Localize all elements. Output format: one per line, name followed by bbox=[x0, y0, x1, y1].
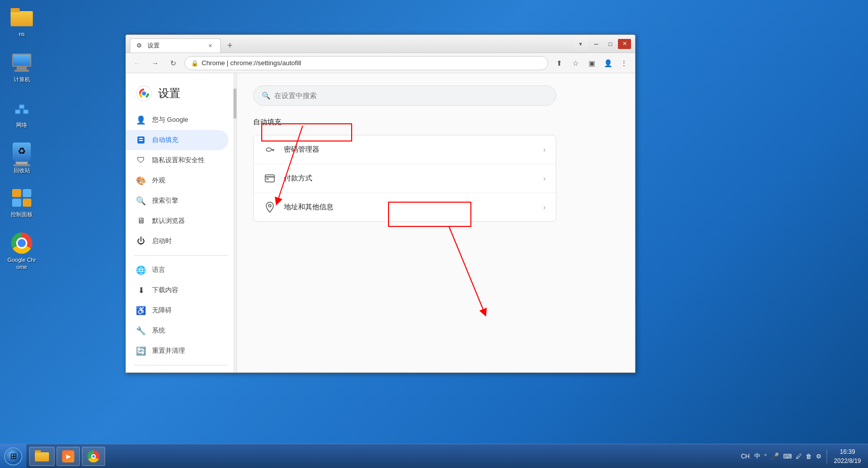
settings-search-bar[interactable]: 🔍 bbox=[253, 85, 556, 106]
accessibility-nav-icon: ♿ bbox=[136, 305, 146, 315]
back-button[interactable]: ← bbox=[130, 56, 144, 70]
search-icon: 🔍 bbox=[262, 91, 270, 100]
password-manager-icon bbox=[264, 144, 276, 156]
sidebar-item-privacy[interactable]: 🛡 隐私设置和安全性 bbox=[126, 150, 228, 170]
password-manager-label: 密码管理器 bbox=[284, 145, 543, 154]
media-player-icon: ▶ bbox=[62, 450, 74, 462]
sidebar-item-autofill[interactable]: 自动填充 bbox=[126, 130, 228, 150]
sidebar-item-search[interactable]: 🔍 搜索引擎 bbox=[126, 191, 228, 211]
new-tab-button[interactable]: + bbox=[223, 38, 237, 53]
reader-mode-button[interactable]: ▣ bbox=[585, 56, 599, 70]
sidebar-divider-1 bbox=[134, 255, 228, 256]
payment-label: 付款方式 bbox=[284, 174, 543, 183]
profile-button[interactable]: 👤 bbox=[601, 56, 615, 70]
search-nav-icon: 🔍 bbox=[136, 196, 146, 206]
tray-input-icon: 中 bbox=[753, 452, 761, 460]
minimize-button[interactable]: ─ bbox=[590, 39, 603, 49]
tab-favicon: ⚙ bbox=[136, 42, 144, 50]
desktop-icon-chrome-label: Google Chrome bbox=[6, 256, 37, 271]
svg-rect-14 bbox=[265, 175, 274, 182]
window-controls: ─ □ ✕ bbox=[590, 39, 631, 49]
system-nav-icon: 🔧 bbox=[136, 325, 146, 336]
chrome-settings-logo bbox=[136, 85, 152, 102]
address-label: 地址和其他信息 bbox=[284, 203, 543, 212]
sidebar-item-language[interactable]: 🌐 语言 bbox=[126, 260, 228, 280]
address-bar: ← → ↻ 🔒 Chrome | chrome://settings/autof… bbox=[126, 53, 635, 73]
sidebar-scrollbar-track[interactable] bbox=[233, 73, 236, 372]
payment-row[interactable]: 付款方式 › bbox=[254, 164, 556, 193]
start-orb: ⊞ bbox=[4, 447, 22, 465]
desktop-icon-control-label: 控制面板 bbox=[6, 211, 37, 218]
desktop-icon-ns[interactable]: ns bbox=[4, 4, 39, 39]
password-manager-arrow: › bbox=[543, 146, 546, 154]
sidebar-item-startup[interactable]: ⏻ 启动时 bbox=[126, 231, 228, 251]
forward-button[interactable]: → bbox=[148, 56, 162, 70]
menu-button[interactable]: ⋮ bbox=[617, 56, 631, 70]
address-input[interactable]: 🔒 Chrome | chrome://settings/autofill bbox=[184, 56, 548, 70]
settings-sidebar: 设置 👤 您与 Google 自动填充 🛡 隐私设置和安全性 bbox=[126, 73, 237, 372]
svg-rect-8 bbox=[139, 138, 143, 139]
taskbar-tray: CH 中 ° 🎤 ⌨ 🖊 🗑 ⚙ 16:39 2022/8/19 bbox=[735, 444, 868, 468]
browser-window: ⚙ 设置 ✕ + ▾ ─ □ ✕ ← → ↻ 🔒 Chr bbox=[125, 34, 636, 373]
tray-extra-icon: 🖊 bbox=[795, 453, 803, 460]
tray-divider bbox=[827, 449, 827, 463]
sidebar-item-extensions[interactable]: 🧩 扩展程序 ↗ bbox=[126, 369, 228, 372]
default-browser-nav-icon: 🖥 bbox=[136, 216, 146, 226]
autofill-section-title: 自动填充 bbox=[253, 118, 619, 127]
sidebar-item-profile[interactable]: 👤 您与 Google bbox=[126, 110, 228, 130]
sidebar-item-downloads[interactable]: ⬇ 下载内容 bbox=[126, 280, 228, 300]
settings-page-title: 设置 bbox=[126, 81, 236, 110]
address-arrow: › bbox=[543, 203, 546, 211]
password-manager-row[interactable]: 密码管理器 › bbox=[254, 135, 556, 164]
bookmark-button[interactable]: ☆ bbox=[568, 56, 583, 70]
svg-point-17 bbox=[269, 205, 271, 207]
sidebar-item-default-browser[interactable]: 🖥 默认浏览器 bbox=[126, 211, 228, 231]
sidebar-item-appearance[interactable]: 🎨 外观 bbox=[126, 170, 228, 191]
privacy-nav-icon: 🛡 bbox=[136, 155, 146, 165]
desktop-icon-network[interactable]: 网络 bbox=[4, 95, 39, 130]
sidebar-item-accessibility[interactable]: ♿ 无障碍 bbox=[126, 300, 228, 320]
browser-content: 设置 👤 您与 Google 自动填充 🛡 隐私设置和安全性 bbox=[126, 73, 635, 372]
sidebar-item-reset[interactable]: 🔄 重置并清理 bbox=[126, 341, 228, 361]
tray-punctuation-icon: ° bbox=[763, 453, 768, 460]
taskbar: ⊞ ▶ CH 中 ° 🎤 ⌨ 🖊 bbox=[0, 444, 868, 468]
tray-time-date[interactable]: 16:39 2022/8/19 bbox=[831, 447, 864, 465]
tab-title: 设置 bbox=[148, 41, 203, 50]
tab-close-button[interactable]: ✕ bbox=[206, 42, 214, 50]
tab-area: ⚙ 设置 ✕ + bbox=[130, 35, 573, 53]
svg-point-10 bbox=[266, 148, 271, 152]
taskbar-chrome-icon bbox=[87, 450, 100, 462]
desktop-icon-computer[interactable]: 计算机 bbox=[4, 50, 39, 85]
start-button[interactable]: ⊞ bbox=[0, 444, 26, 469]
taskbar-items: ▶ bbox=[26, 444, 735, 468]
payment-icon bbox=[264, 172, 276, 184]
address-row[interactable]: 地址和其他信息 › bbox=[254, 193, 556, 221]
title-bar: ⚙ 设置 ✕ + ▾ ─ □ ✕ bbox=[126, 35, 635, 53]
profile-nav-icon: 👤 bbox=[136, 115, 146, 125]
downloads-nav-icon: ⬇ bbox=[136, 285, 146, 295]
taskbar-item-media[interactable]: ▶ bbox=[57, 447, 80, 466]
svg-rect-9 bbox=[139, 140, 143, 141]
maximize-button[interactable]: □ bbox=[604, 39, 617, 49]
tray-settings-icon: ⚙ bbox=[815, 453, 823, 460]
close-button[interactable]: ✕ bbox=[618, 39, 631, 49]
sidebar-scrollbar-thumb bbox=[233, 88, 236, 119]
taskbar-item-explorer[interactable] bbox=[29, 447, 55, 466]
taskbar-item-chrome[interactable] bbox=[82, 447, 105, 466]
svg-rect-2 bbox=[19, 105, 24, 109]
desktop-icon-recycle[interactable]: ♻ 回收站 bbox=[4, 141, 39, 176]
desktop: ns 计算机 网络 bbox=[0, 0, 868, 468]
desktop-icon-chrome[interactable]: Google Chrome bbox=[4, 230, 39, 273]
share-button[interactable]: ⬆ bbox=[552, 56, 566, 70]
desktop-icon-control[interactable]: 控制面板 bbox=[4, 184, 39, 220]
settings-search-input[interactable] bbox=[274, 91, 548, 100]
startup-nav-icon: ⏻ bbox=[136, 236, 146, 246]
language-nav-icon: 🌐 bbox=[136, 265, 146, 275]
desktop-icon-ns-label: ns bbox=[6, 30, 37, 37]
tab-dropdown-button[interactable]: ▾ bbox=[573, 37, 588, 51]
sidebar-item-system[interactable]: 🔧 系统 bbox=[126, 320, 228, 341]
desktop-icon-network-label: 网络 bbox=[6, 121, 37, 128]
refresh-button[interactable]: ↻ bbox=[166, 56, 180, 70]
browser-tab-settings[interactable]: ⚙ 设置 ✕ bbox=[130, 38, 221, 53]
tray-voice-icon: 🎤 bbox=[770, 452, 780, 460]
